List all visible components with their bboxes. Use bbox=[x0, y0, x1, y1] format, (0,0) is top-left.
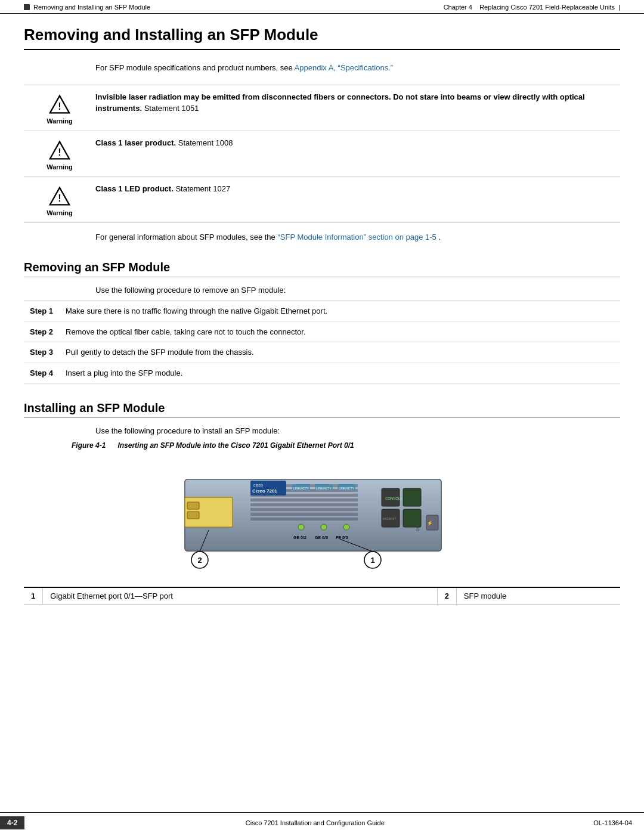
svg-rect-24 bbox=[403, 488, 421, 506]
section-remove-title: Removing an SFP Module bbox=[24, 261, 620, 277]
svg-rect-15 bbox=[250, 518, 358, 521]
warning-triangle-icon-3: ! bbox=[49, 185, 70, 207]
appendix-link[interactable]: Appendix A, “Specifications.” bbox=[295, 63, 393, 72]
svg-text:Cisco 7201: Cisco 7201 bbox=[252, 488, 277, 494]
svg-text:LINK/ACTY: LINK/ACTY bbox=[316, 487, 332, 490]
svg-text:!: ! bbox=[58, 147, 61, 157]
table-row: 1 Gigabit Ethernet port 0/1—SFP port 2 S… bbox=[24, 587, 620, 605]
step-text-3: Pull gently to detach the SFP module fro… bbox=[60, 342, 620, 363]
warning-text-3: Class 1 LED product. Statement 1027 bbox=[95, 183, 620, 195]
section-remove-intro: Use the following procedure to remove an… bbox=[95, 286, 620, 295]
svg-text:!: ! bbox=[58, 193, 61, 203]
warning-left-2: ! Warning bbox=[24, 137, 95, 171]
doc-id: OL-11364-04 bbox=[593, 819, 632, 826]
svg-text:GE 0/2: GE 0/2 bbox=[293, 535, 306, 540]
svg-rect-12 bbox=[250, 503, 358, 506]
callout-label-2: SFP module bbox=[456, 587, 620, 605]
chapter-label: Chapter 4 bbox=[444, 4, 472, 11]
svg-point-34 bbox=[298, 524, 304, 530]
table-row: Step 2 Remove the optical fiber cable, t… bbox=[24, 321, 620, 342]
svg-text:2: 2 bbox=[197, 556, 202, 565]
warning-label-1: Warning bbox=[47, 117, 73, 125]
callout-num-2: 2 bbox=[437, 587, 456, 605]
step-text-4: Insert a plug into the SFP module. bbox=[60, 363, 620, 383]
step-label-2: Step 2 bbox=[24, 321, 60, 342]
warning-bold-3: Class 1 LED product. bbox=[95, 184, 174, 193]
warning-bold-2: Class 1 laser product. bbox=[95, 138, 176, 147]
svg-text:CONSOLE: CONSOLE bbox=[385, 497, 402, 500]
warning-text-2: Class 1 laser product. Statement 1008 bbox=[95, 137, 620, 149]
figure-number: Figure 4-1 bbox=[72, 441, 106, 450]
section-install-title: Installing an SFP Module bbox=[24, 401, 620, 418]
warning-block-1: ! Warning Invisible laser radiation may … bbox=[24, 85, 620, 131]
warning-left-3: ! Warning bbox=[24, 183, 95, 216]
svg-text:LINK/ACTY: LINK/ACTY bbox=[293, 487, 309, 490]
table-row: Step 3 Pull gently to detach the SFP mod… bbox=[24, 342, 620, 363]
general-info-suffix: . bbox=[438, 233, 441, 241]
sfp-info-link[interactable]: “SFP Module Information” section on page… bbox=[277, 233, 436, 241]
svg-rect-13 bbox=[250, 508, 358, 511]
header-left: Removing and Installing an SFP Module bbox=[24, 4, 150, 11]
figure-caption-text: Inserting an SFP Module into the Cisco 7… bbox=[117, 441, 354, 450]
step-text-1: Make sure there is no traffic flowing th… bbox=[60, 301, 620, 322]
callout-num-1: 1 bbox=[24, 587, 43, 605]
callout-table: 1 Gigabit Ethernet port 0/1—SFP port 2 S… bbox=[24, 587, 620, 605]
general-info-paragraph: For general information about SFP module… bbox=[95, 231, 620, 243]
callout-label-1: Gigabit Ethernet port 0/1—SFP port bbox=[43, 587, 437, 605]
header-square-icon bbox=[24, 4, 30, 10]
doc-title: Cisco 7201 Installation and Configuratio… bbox=[246, 819, 385, 826]
table-row: Step 1 Make sure there is no traffic flo… bbox=[24, 301, 620, 322]
svg-text:cisco: cisco bbox=[253, 483, 263, 487]
page-title: Removing and Installing an SFP Module bbox=[24, 26, 620, 50]
svg-text:MGMNT: MGMNT bbox=[383, 517, 397, 521]
warning-triangle-icon-2: ! bbox=[49, 140, 70, 161]
svg-text:⚡: ⚡ bbox=[427, 520, 433, 526]
svg-point-35 bbox=[321, 524, 327, 530]
warning-label-3: Warning bbox=[47, 209, 73, 216]
intro-text: For SFP module specifications and produc… bbox=[95, 63, 295, 72]
figure-caption: Figure 4-1 Inserting an SFP Module into … bbox=[72, 441, 620, 450]
svg-point-36 bbox=[343, 524, 349, 530]
warning-block-2: ! Warning Class 1 laser product. Stateme… bbox=[24, 131, 620, 176]
warning-triangle-icon-1: ! bbox=[49, 94, 70, 115]
svg-text:FE 0/0: FE 0/0 bbox=[336, 535, 348, 540]
svg-text:170860: 170860 bbox=[415, 515, 420, 531]
step-label-3: Step 3 bbox=[24, 342, 60, 363]
step-label-1: Step 1 bbox=[24, 301, 60, 322]
page-number: 4-2 bbox=[0, 816, 24, 829]
warning-label-2: Warning bbox=[47, 163, 73, 171]
breadcrumb: Removing and Installing an SFP Module bbox=[33, 4, 150, 11]
remove-steps-table: Step 1 Make sure there is no traffic flo… bbox=[24, 301, 620, 383]
section-install-intro: Use the following procedure to install a… bbox=[95, 426, 620, 435]
chapter-title: Replacing Cisco 7201 Field-Replaceable U… bbox=[479, 4, 615, 11]
page-header: Removing and Installing an SFP Module Ch… bbox=[0, 0, 644, 14]
intro-paragraph: For SFP module specifications and produc… bbox=[95, 62, 620, 74]
svg-rect-14 bbox=[250, 513, 358, 516]
warning-left-1: ! Warning bbox=[24, 91, 95, 125]
svg-rect-20 bbox=[187, 502, 199, 509]
warning-block-3: ! Warning Class 1 LED product. Statement… bbox=[24, 176, 620, 223]
page-footer: 4-2 Cisco 7201 Installation and Configur… bbox=[0, 812, 644, 833]
cisco-device-illustration: cisco Cisco 7201 CONSOLE MGMNT LINK/ACTY… bbox=[155, 456, 489, 581]
warning-statement-3: Statement 1027 bbox=[175, 184, 230, 193]
warning-text-1: Invisible laser radiation may be emitted… bbox=[95, 91, 620, 114]
warning-statement-1: Statement 1051 bbox=[144, 104, 199, 113]
step-label-4: Step 4 bbox=[24, 363, 60, 383]
table-row: Step 4 Insert a plug into the SFP module… bbox=[24, 363, 620, 383]
step-text-2: Remove the optical fiber cable, taking c… bbox=[60, 321, 620, 342]
warning-statement-2: Statement 1008 bbox=[178, 138, 233, 147]
figure-area: cisco Cisco 7201 CONSOLE MGMNT LINK/ACTY… bbox=[24, 456, 620, 581]
main-content: Removing and Installing an SFP Module Fo… bbox=[0, 14, 644, 640]
svg-text:!: ! bbox=[58, 101, 61, 112]
general-info-prefix: For general information about SFP module… bbox=[95, 233, 277, 241]
svg-rect-11 bbox=[250, 498, 358, 501]
svg-text:LINK/ACTY: LINK/ACTY bbox=[339, 487, 355, 490]
svg-text:1: 1 bbox=[370, 556, 374, 565]
header-right: Chapter 4 Replacing Cisco 7201 Field-Rep… bbox=[444, 4, 620, 11]
svg-text:GE 0/3: GE 0/3 bbox=[315, 535, 328, 540]
svg-rect-21 bbox=[187, 512, 199, 519]
